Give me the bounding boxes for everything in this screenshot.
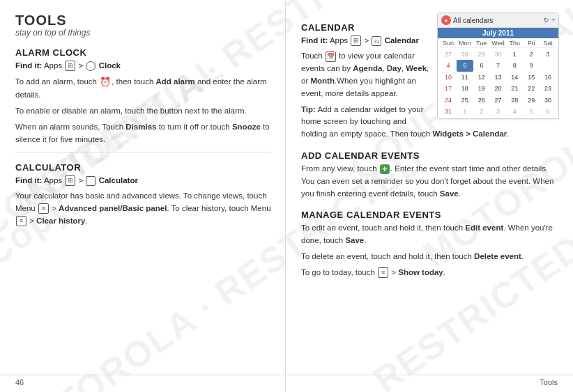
menu-icon-1: ≡	[38, 203, 49, 214]
cal-day-29-prev: 29	[473, 49, 490, 60]
cal-day-22: 22	[523, 83, 540, 94]
page-container: TOOLS stay on top of things ALARM CLOCK …	[0, 0, 573, 392]
page-subtitle: stay on top of things	[15, 28, 271, 38]
manage-calendar-title: MANAGE CALENDAR EVENTS	[301, 210, 559, 220]
cal-day-13: 13	[490, 72, 507, 83]
calc-find-it: Find it: Apps ⊞ > Calculator	[15, 175, 271, 187]
cal-day-28-prev: 28	[457, 49, 473, 60]
cal-day-17: 17	[440, 83, 457, 94]
calc-icon	[86, 176, 96, 186]
alarm-clock-label: Clock	[99, 61, 121, 70]
apps-icon: ⊞	[65, 61, 75, 71]
calc-apps-text: Apps	[44, 176, 62, 185]
menu-icon-today: ≡	[378, 267, 388, 278]
cal-header-thu: Thu	[506, 40, 523, 47]
cal-day-29: 29	[523, 95, 540, 106]
cal-day-1: 1	[506, 49, 523, 60]
cal-refresh-btn[interactable]: ↻	[544, 17, 549, 24]
calendar-widget: ● All calendars ↻ + July 2011 Sun Mon Tu…	[437, 13, 559, 119]
cal-day-27: 27	[490, 95, 507, 106]
cal-header-wed: Wed	[490, 40, 507, 47]
cal-grid: Sun Mon Tue Wed Thu Fri Sat 27 28 29 30	[438, 38, 558, 118]
cal-day-16-placeholder	[540, 60, 556, 71]
cal-day-30-prev: 30	[490, 49, 507, 60]
cal-day-30: 30	[540, 95, 556, 106]
cal-add-btn[interactable]: +	[551, 17, 555, 24]
add-cal-p1: From any view, touch +. Enter the event …	[301, 163, 559, 200]
cal-day-headers: Sun Mon Tue Wed Thu Fri Sat	[440, 40, 556, 48]
cal-day-10: 10	[440, 72, 457, 83]
cal-header-fri: Fri	[523, 40, 540, 47]
alarm-p2: To enable or disable an alarm, touch the…	[15, 105, 271, 118]
cal-day-21: 21	[506, 83, 523, 94]
cal-header-title: All calendars	[453, 17, 542, 24]
cal-month-label: July 2011	[438, 28, 558, 38]
cal-day-20: 20	[490, 83, 507, 94]
alarm-apps-text: Apps	[44, 61, 62, 70]
cal-apps-icon: ⊞	[351, 36, 361, 46]
calc-apps-icon: ⊞	[65, 175, 75, 186]
cal-day-24: 24	[440, 95, 457, 106]
calc-label: Calculator	[99, 176, 138, 185]
alarm-bell-icon: ⏰	[100, 75, 111, 89]
alarm-p3: When an alarm sounds, Touch Dismiss to t…	[15, 121, 271, 146]
cal-day-18: 18	[457, 83, 473, 94]
divider-1	[15, 152, 271, 152]
cal-day-8: 8	[506, 60, 523, 71]
cal-day-27-prev: 27	[440, 49, 457, 60]
right-column: ● All calendars ↻ + July 2011 Sun Mon Tu…	[286, 0, 573, 392]
cal-day-31: 31	[440, 106, 457, 117]
cal-view-icon: 📅	[326, 52, 336, 62]
cal-day-2-next: 2	[473, 106, 490, 117]
cal-day-5-next: 5	[523, 106, 540, 117]
plus-icon: +	[380, 164, 390, 174]
cal-day-12: 12	[473, 72, 490, 83]
alarm-gt: >	[79, 61, 86, 70]
cal-day-28: 28	[506, 95, 523, 106]
alarm-p1: To add an alarm, touch ⏰, then touch Add…	[15, 75, 271, 102]
left-column: TOOLS stay on top of things ALARM CLOCK …	[0, 0, 286, 392]
alarm-find-it: Find it: Apps ⊞ > Clock	[15, 60, 271, 72]
cal-gt: >	[365, 36, 372, 45]
manage-p2: To delete an event, touch and hold it, t…	[301, 251, 559, 263]
cal-day-3-next: 3	[490, 106, 507, 117]
cal-day-15: 15	[523, 72, 540, 83]
cal-icon: 31	[372, 36, 381, 46]
calc-gt: >	[79, 176, 86, 185]
cal-day-7: 7	[490, 60, 507, 71]
clock-icon	[86, 61, 96, 71]
cal-day-16: 16	[540, 72, 556, 83]
cal-header-sun: Sun	[440, 40, 457, 47]
cal-find-label: Find it:	[301, 36, 328, 45]
cal-day-25: 25	[457, 95, 473, 106]
cal-day-4-next: 4	[506, 106, 523, 117]
cal-day-9: 9	[523, 60, 540, 71]
cal-apps-text: Apps	[330, 36, 348, 45]
cal-day-5-today: 5	[457, 60, 473, 71]
cal-header-mon: Mon	[457, 40, 473, 47]
cal-day-23: 23	[540, 83, 556, 94]
cal-day-11: 11	[457, 72, 473, 83]
right-col-top: ● All calendars ↻ + July 2011 Sun Mon Tu…	[301, 13, 559, 283]
alarm-find-label: Find it:	[15, 61, 42, 70]
cal-header-tue: Tue	[473, 40, 490, 47]
cal-day-19: 19	[473, 83, 490, 94]
cal-day-2: 2	[523, 49, 540, 60]
cal-header: ● All calendars ↻ +	[438, 13, 558, 28]
cal-day-6-next: 6	[540, 106, 556, 117]
manage-p3: To go to today, touch ≡ > Show today.	[301, 267, 559, 279]
calc-p1: Your calculator has basic and advanced v…	[15, 190, 271, 227]
cal-day-3: 3	[540, 49, 556, 60]
cal-header-icon: ●	[441, 15, 451, 25]
calculator-title: CALCULATOR	[15, 162, 271, 173]
cal-day-26: 26	[473, 95, 490, 106]
calc-find-label: Find it:	[15, 176, 42, 185]
alarm-clock-title: ALARM CLOCK	[15, 47, 271, 58]
page-title: TOOLS	[15, 13, 271, 28]
menu-icon-2: ≡	[16, 216, 26, 226]
cal-day-4: 4	[440, 60, 457, 71]
cal-day-1-next: 1	[457, 106, 473, 117]
cal-day-6: 6	[473, 60, 490, 71]
add-calendar-title: ADD CALENDAR EVENTS	[301, 150, 559, 161]
cal-day-14: 14	[506, 72, 523, 83]
